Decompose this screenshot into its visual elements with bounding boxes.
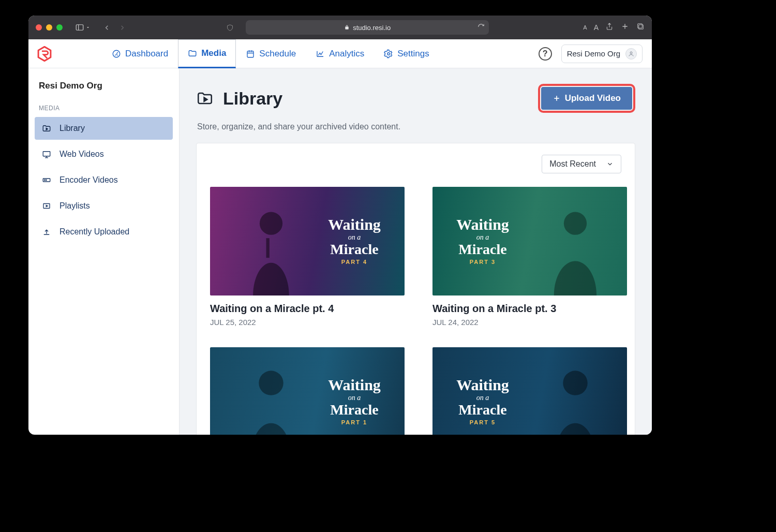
video-card[interactable]: Waiting on a Miracle PART 5 (432, 347, 627, 435)
org-name: Resi Demo Org (567, 49, 620, 58)
sidebar-item-playlists[interactable]: Playlists (35, 195, 173, 217)
video-card[interactable]: Waiting on a Miracle PART 4 Waiting on a… (210, 187, 405, 327)
sidebar-item-label: Library (59, 124, 85, 133)
gauge-icon (112, 49, 121, 58)
encoder-icon (42, 175, 51, 185)
svg-rect-22 (266, 238, 270, 258)
reload-icon[interactable] (477, 23, 485, 32)
video-card[interactable]: Waiting on a Miracle PART 3 Waiting on a… (432, 187, 627, 327)
upload-highlight-annotation: Upload Video (538, 84, 635, 113)
page-title: Library (223, 88, 282, 109)
sidebar-section-label: MEDIA (39, 105, 173, 112)
svg-point-18 (46, 180, 47, 181)
app-header: Dashboard Media Schedule Analytics Setti… (28, 39, 652, 68)
nav-analytics[interactable]: Analytics (306, 39, 374, 68)
user-avatar-icon (625, 48, 637, 60)
video-date: JUL 25, 2022 (210, 318, 405, 327)
browser-window: studio.resi.io A A Dashboard Media (28, 16, 652, 435)
sidebar-toggle-button[interactable] (75, 23, 91, 32)
sidebar-item-label: Encoder Videos (59, 175, 118, 185)
close-window-icon[interactable] (36, 24, 42, 31)
nav-dashboard[interactable]: Dashboard (102, 39, 178, 68)
nav-settings[interactable]: Settings (374, 39, 439, 68)
nav-label: Media (201, 48, 226, 58)
lock-icon (344, 24, 350, 31)
text-size-button[interactable]: A (583, 24, 586, 31)
sidebar-item-label: Recently Uploaded (59, 227, 129, 237)
org-switcher[interactable]: Resi Demo Org (561, 45, 643, 63)
calendar-icon (246, 49, 255, 58)
sidebar-item-label: Playlists (59, 201, 90, 211)
speaker-silhouette-icon (230, 197, 312, 295)
video-list-card: Most Recent Waiting on a Miracle (196, 143, 635, 435)
speaker-silhouette-icon (230, 358, 312, 435)
nav-label: Schedule (259, 49, 296, 59)
text-size-button-large[interactable]: A (594, 23, 598, 32)
plus-icon (553, 94, 561, 102)
browser-titlebar: studio.resi.io A A (28, 16, 652, 39)
main-content: Library Upload Video Store, organize, an… (180, 68, 652, 435)
sidebar: Resi Demo Org MEDIA Library Web Videos E… (28, 68, 180, 435)
url-bar[interactable]: studio.resi.io (246, 20, 489, 35)
svg-point-11 (387, 52, 390, 55)
folder-play-icon (42, 124, 51, 133)
nav-label: Analytics (329, 49, 364, 59)
svg-point-12 (630, 52, 632, 54)
chart-icon (316, 49, 325, 58)
svg-rect-13 (43, 152, 50, 156)
upload-video-button[interactable]: Upload Video (541, 87, 632, 110)
video-thumbnail: Waiting on a Miracle PART 1 (210, 347, 405, 435)
tabs-overview-icon[interactable] (636, 22, 645, 33)
video-card[interactable]: Waiting on a Miracle PART 1 (210, 347, 405, 435)
monitor-icon (42, 150, 51, 159)
speaker-silhouette-icon (534, 197, 617, 295)
upload-label: Upload Video (565, 93, 621, 104)
forward-button[interactable] (115, 21, 129, 34)
folder-icon (188, 49, 197, 58)
svg-rect-7 (247, 51, 253, 57)
sidebar-item-encoder-videos[interactable]: Encoder Videos (35, 169, 173, 191)
playlist-icon (42, 201, 51, 211)
fullscreen-window-icon[interactable] (56, 24, 63, 31)
nav-media[interactable]: Media (178, 39, 236, 68)
sidebar-item-library[interactable]: Library (35, 117, 173, 140)
minimize-window-icon[interactable] (46, 24, 52, 31)
new-tab-icon[interactable] (621, 22, 629, 33)
window-controls (36, 24, 63, 31)
sidebar-item-label: Web Videos (59, 150, 104, 159)
sort-label: Most Recent (549, 159, 596, 169)
video-thumbnail: Waiting on a Miracle PART 3 (432, 187, 627, 295)
svg-rect-0 (76, 25, 83, 31)
sidebar-org-name: Resi Demo Org (35, 81, 173, 91)
privacy-shield-icon[interactable] (223, 21, 236, 34)
sort-dropdown[interactable]: Most Recent (542, 155, 621, 173)
svg-point-17 (44, 180, 46, 181)
back-button[interactable] (100, 21, 113, 34)
nav-label: Settings (397, 49, 429, 59)
main-nav: Dashboard Media Schedule Analytics Setti… (102, 39, 439, 68)
nav-label: Dashboard (125, 49, 168, 59)
nav-schedule[interactable]: Schedule (236, 39, 306, 68)
upload-icon (42, 227, 51, 237)
url-text: studio.resi.io (353, 24, 391, 32)
video-date: JUL 24, 2022 (432, 318, 627, 327)
sidebar-item-recently-uploaded[interactable]: Recently Uploaded (35, 220, 173, 243)
svg-rect-4 (639, 25, 644, 29)
video-thumbnail: Waiting on a Miracle PART 4 (210, 187, 405, 295)
video-title: Waiting on a Miracle pt. 3 (432, 303, 627, 315)
video-grid: Waiting on a Miracle PART 4 Waiting on a… (210, 187, 621, 435)
gear-icon (384, 49, 393, 58)
video-title: Waiting on a Miracle pt. 4 (210, 303, 405, 315)
library-folder-icon (196, 90, 214, 107)
speaker-silhouette-icon (534, 358, 617, 435)
video-thumbnail: Waiting on a Miracle PART 5 (432, 347, 627, 435)
sidebar-item-web-videos[interactable]: Web Videos (35, 143, 173, 166)
help-button[interactable]: ? (539, 47, 552, 61)
share-icon[interactable] (605, 22, 614, 33)
chevron-down-icon (606, 160, 614, 168)
svg-rect-5 (638, 24, 643, 28)
resi-logo[interactable] (36, 45, 53, 63)
page-subtitle: Store, organize, and share your archived… (197, 122, 635, 131)
